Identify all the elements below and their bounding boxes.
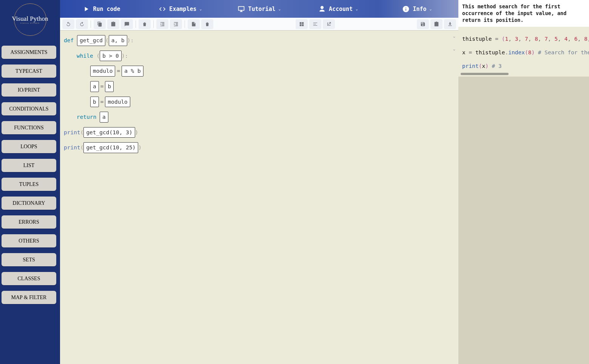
undo-button[interactable] [62, 19, 74, 29]
download-icon [447, 22, 453, 27]
function-name-box[interactable]: get_gcd [77, 35, 105, 46]
tutorial-label: Tutorial [248, 6, 275, 12]
paste-button[interactable] [107, 19, 119, 29]
logo-main: Visual Python [12, 15, 48, 22]
category-typecast[interactable]: TYPECAST [2, 65, 56, 78]
code-line[interactable]: while (b > 0): [64, 51, 446, 61]
indent-icon [173, 22, 179, 27]
tutorial-dropdown[interactable]: Tutorial ⌄ [222, 5, 297, 13]
grid-icon [299, 22, 304, 27]
function-args-box[interactable]: a, b [109, 35, 127, 46]
save-button[interactable] [417, 19, 429, 29]
indent-button[interactable] [170, 19, 182, 29]
outdent-button[interactable] [156, 19, 168, 29]
category-dictionary[interactable]: DICTIONARY [2, 197, 56, 210]
info-icon [402, 5, 410, 13]
top-nav: Run code Examples ⌄ Tutorial ⌄ Account ⌄… [60, 0, 458, 18]
scrollbar-thumb[interactable] [461, 73, 509, 75]
code-line[interactable]: a=b [64, 81, 446, 92]
code-editor[interactable]: def get_gcd(a, b): while (b > 0): modulo… [60, 31, 450, 364]
builtin-print: print [64, 129, 80, 135]
run-code-button[interactable]: Run code [64, 5, 139, 13]
chevron-down-icon[interactable]: ⌄ [452, 34, 456, 39]
comment-button[interactable] [121, 19, 133, 29]
lhs-box[interactable]: modulo [90, 66, 115, 77]
identifier: x [482, 63, 485, 69]
call-box[interactable]: get_gcd(10, 25) [83, 142, 138, 153]
category-io-print[interactable]: IO/PRINT [2, 83, 56, 97]
horizontal-scrollbar[interactable] [461, 73, 587, 75]
code-line[interactable]: b=modulo [64, 97, 446, 108]
copy-button[interactable] [94, 19, 106, 29]
editor-area: def get_gcd(a, b): while (b > 0): modulo… [60, 31, 458, 364]
grid-button[interactable] [296, 19, 308, 29]
save-icon [420, 22, 426, 27]
outdent-icon [160, 22, 165, 27]
comment: # Search for the [538, 49, 589, 55]
editor-toolbar [60, 18, 458, 31]
align-icon [313, 22, 318, 27]
rhs-box[interactable]: a % b [122, 66, 143, 77]
category-map-filter[interactable]: MAP & FILTER [2, 291, 56, 304]
lhs-box[interactable]: a [90, 81, 99, 92]
category-errors[interactable]: ERRORS [2, 215, 56, 229]
account-label: Account [329, 6, 353, 12]
rhs-box[interactable]: modulo [105, 97, 130, 108]
right-panel: This method search for the first occurre… [458, 0, 589, 364]
delete-all-button[interactable] [201, 19, 213, 29]
right-code-line: print(x) # 3 [462, 59, 585, 73]
right-description: This method search for the first occurre… [458, 0, 589, 27]
trash-icon [142, 22, 147, 27]
condition-box[interactable]: b > 0 [100, 51, 122, 61]
code-line[interactable]: modulo=a % b [64, 66, 446, 77]
file-icon [191, 22, 196, 27]
code-line[interactable]: print(get_gcd(10, 25)) [64, 142, 446, 153]
category-list[interactable]: LIST [2, 159, 56, 172]
fold-gutter: ⌄ ⌄ [450, 31, 458, 364]
category-loops[interactable]: LOOPS [2, 140, 56, 153]
code-line[interactable]: def get_gcd(a, b): [64, 35, 446, 46]
delete-button[interactable] [139, 19, 151, 29]
number-literal: 6 [574, 36, 578, 42]
redo-button[interactable] [76, 19, 88, 29]
lhs-box[interactable]: b [90, 97, 99, 108]
return-value-box[interactable]: a [100, 112, 108, 123]
run-code-label: Run code [93, 6, 120, 12]
account-dropdown[interactable]: Account ⌄ [301, 5, 376, 13]
keyword-def: def [64, 37, 77, 43]
code-line[interactable]: print(get_gcd(10, 3)) [64, 127, 446, 138]
logo-subtext: VISUAL PYTHON [12, 23, 48, 24]
chevron-down-icon: ⌄ [356, 7, 358, 11]
examples-dropdown[interactable]: Examples ⌄ [143, 5, 218, 13]
chevron-down-icon[interactable]: ⌄ [452, 46, 456, 52]
builtin-print: print [462, 63, 479, 69]
category-others[interactable]: OTHERS [2, 234, 56, 247]
number-literal: 7 [525, 36, 528, 42]
category-tuples[interactable]: TUPLES [2, 178, 56, 191]
info-dropdown[interactable]: Info ⌄ [379, 5, 455, 13]
category-conditionals[interactable]: CONDITIONALS [2, 102, 56, 115]
code-line[interactable]: return a [64, 112, 446, 123]
clipboard-button[interactable] [430, 19, 443, 29]
export-button[interactable] [323, 19, 335, 29]
comment-icon [124, 22, 130, 27]
category-assignments[interactable]: ASSIGNMENTS [2, 46, 56, 59]
identifier: thistuple [462, 36, 492, 42]
logo[interactable]: Visual Python VISUAL PYTHON [8, 2, 52, 37]
screen-icon [237, 5, 245, 13]
right-code-sample: thistuple = (1, 3, 7, 8, 7, 5, 4, 6, 8, … [458, 27, 589, 77]
rhs-box[interactable]: b [105, 81, 114, 92]
number-literal: 5 [555, 36, 558, 42]
category-functions[interactable]: FUNCTIONS [2, 121, 56, 134]
category-classes[interactable]: CLASSES [2, 272, 56, 285]
category-sets[interactable]: SETS [2, 253, 56, 266]
builtin-print: print [64, 144, 80, 151]
file-button[interactable] [188, 19, 200, 29]
export-icon [326, 22, 332, 27]
align-button[interactable] [309, 19, 321, 29]
number-literal: 7 [544, 36, 548, 42]
chevron-down-icon: ⌄ [279, 7, 281, 11]
download-button[interactable] [444, 19, 456, 29]
call-box[interactable]: get_gcd(10, 3) [83, 127, 135, 138]
undo-icon [66, 22, 71, 27]
